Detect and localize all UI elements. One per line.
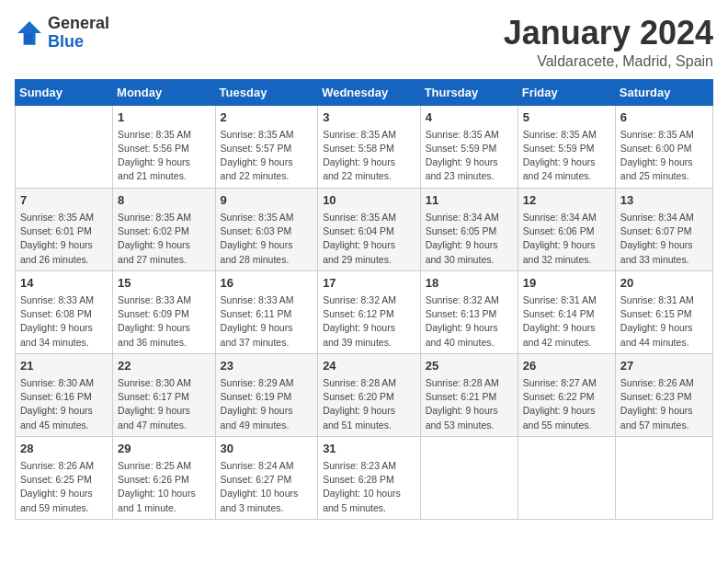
logo: General Blue <box>15 15 109 52</box>
calendar-cell: 19Sunrise: 8:31 AM Sunset: 6:14 PM Dayli… <box>518 270 615 353</box>
day-number: 21 <box>20 358 108 374</box>
title-block: January 2024 Valdaracete, Madrid, Spain <box>504 15 713 70</box>
calendar-week-row: 21Sunrise: 8:30 AM Sunset: 6:16 PM Dayli… <box>16 353 713 436</box>
calendar-cell: 16Sunrise: 8:33 AM Sunset: 6:11 PM Dayli… <box>215 270 318 353</box>
day-number: 5 <box>523 109 610 126</box>
day-info: Sunrise: 8:35 AM Sunset: 6:03 PM Dayligh… <box>221 211 313 267</box>
day-info: Sunrise: 8:32 AM Sunset: 6:12 PM Dayligh… <box>323 293 415 350</box>
day-number: 10 <box>323 192 415 209</box>
calendar-cell: 9Sunrise: 8:35 AM Sunset: 6:03 PM Daylig… <box>215 188 318 270</box>
day-number: 2 <box>221 109 313 126</box>
day-info: Sunrise: 8:25 AM Sunset: 6:26 PM Dayligh… <box>118 459 210 515</box>
calendar-cell: 18Sunrise: 8:32 AM Sunset: 6:13 PM Dayli… <box>420 270 518 353</box>
day-info: Sunrise: 8:35 AM Sunset: 5:58 PM Dayligh… <box>323 128 415 184</box>
day-number: 24 <box>323 358 415 374</box>
day-info: Sunrise: 8:32 AM Sunset: 6:13 PM Dayligh… <box>426 293 513 350</box>
calendar-cell: 22Sunrise: 8:30 AM Sunset: 6:17 PM Dayli… <box>113 353 216 436</box>
calendar-cell: 20Sunrise: 8:31 AM Sunset: 6:15 PM Dayli… <box>615 270 712 353</box>
col-header-monday: Monday <box>113 79 216 105</box>
calendar-cell: 2Sunrise: 8:35 AM Sunset: 5:57 PM Daylig… <box>215 105 318 188</box>
calendar-cell: 23Sunrise: 8:29 AM Sunset: 6:19 PM Dayli… <box>215 353 318 436</box>
calendar-cell <box>16 105 113 188</box>
calendar-cell <box>420 436 518 519</box>
col-header-friday: Friday <box>518 79 615 105</box>
calendar-week-row: 1Sunrise: 8:35 AM Sunset: 5:56 PM Daylig… <box>16 105 713 188</box>
day-number: 15 <box>118 275 210 292</box>
day-number: 12 <box>523 192 610 209</box>
calendar-cell <box>615 436 712 519</box>
calendar-cell: 24Sunrise: 8:28 AM Sunset: 6:20 PM Dayli… <box>318 353 421 436</box>
calendar-week-row: 14Sunrise: 8:33 AM Sunset: 6:08 PM Dayli… <box>16 270 713 353</box>
day-info: Sunrise: 8:23 AM Sunset: 6:28 PM Dayligh… <box>323 459 415 515</box>
day-info: Sunrise: 8:34 AM Sunset: 6:06 PM Dayligh… <box>523 211 610 267</box>
day-info: Sunrise: 8:28 AM Sunset: 6:21 PM Dayligh… <box>426 376 513 432</box>
calendar-cell: 30Sunrise: 8:24 AM Sunset: 6:27 PM Dayli… <box>215 436 318 519</box>
day-info: Sunrise: 8:35 AM Sunset: 5:59 PM Dayligh… <box>523 128 610 184</box>
col-header-thursday: Thursday <box>420 79 518 105</box>
day-info: Sunrise: 8:30 AM Sunset: 6:16 PM Dayligh… <box>20 376 108 432</box>
calendar-cell: 29Sunrise: 8:25 AM Sunset: 6:26 PM Dayli… <box>113 436 216 519</box>
calendar-cell: 5Sunrise: 8:35 AM Sunset: 5:59 PM Daylig… <box>518 105 615 188</box>
day-number: 29 <box>118 441 210 457</box>
day-number: 30 <box>221 441 313 457</box>
calendar-cell: 17Sunrise: 8:32 AM Sunset: 6:12 PM Dayli… <box>318 270 421 353</box>
day-number: 3 <box>323 109 415 126</box>
calendar-cell: 14Sunrise: 8:33 AM Sunset: 6:08 PM Dayli… <box>16 270 113 353</box>
calendar-cell: 11Sunrise: 8:34 AM Sunset: 6:05 PM Dayli… <box>420 188 518 270</box>
calendar-cell: 4Sunrise: 8:35 AM Sunset: 5:59 PM Daylig… <box>420 105 518 188</box>
calendar-cell: 13Sunrise: 8:34 AM Sunset: 6:07 PM Dayli… <box>615 188 712 270</box>
calendar-cell: 8Sunrise: 8:35 AM Sunset: 6:02 PM Daylig… <box>113 188 216 270</box>
day-number: 18 <box>426 275 513 292</box>
day-number: 6 <box>620 109 708 126</box>
day-info: Sunrise: 8:34 AM Sunset: 6:05 PM Dayligh… <box>426 211 513 267</box>
day-info: Sunrise: 8:31 AM Sunset: 6:14 PM Dayligh… <box>523 293 610 350</box>
day-info: Sunrise: 8:33 AM Sunset: 6:09 PM Dayligh… <box>118 293 210 350</box>
day-number: 20 <box>620 275 708 292</box>
day-number: 1 <box>118 109 210 126</box>
day-number: 14 <box>20 275 108 292</box>
day-number: 7 <box>20 192 108 209</box>
calendar-cell: 15Sunrise: 8:33 AM Sunset: 6:09 PM Dayli… <box>113 270 216 353</box>
col-header-wednesday: Wednesday <box>318 79 421 105</box>
day-info: Sunrise: 8:28 AM Sunset: 6:20 PM Dayligh… <box>323 376 415 432</box>
day-info: Sunrise: 8:35 AM Sunset: 6:04 PM Dayligh… <box>323 211 415 267</box>
calendar-cell: 7Sunrise: 8:35 AM Sunset: 6:01 PM Daylig… <box>16 188 113 270</box>
day-info: Sunrise: 8:33 AM Sunset: 6:08 PM Dayligh… <box>20 293 108 350</box>
day-number: 23 <box>221 358 313 374</box>
day-info: Sunrise: 8:35 AM Sunset: 6:01 PM Dayligh… <box>20 211 108 267</box>
location-subtitle: Valdaracete, Madrid, Spain <box>504 53 713 70</box>
calendar-cell: 27Sunrise: 8:26 AM Sunset: 6:23 PM Dayli… <box>615 353 712 436</box>
day-number: 4 <box>426 109 513 126</box>
page-header: General Blue January 2024 Valdaracete, M… <box>15 15 713 70</box>
calendar-cell: 25Sunrise: 8:28 AM Sunset: 6:21 PM Dayli… <box>420 353 518 436</box>
calendar-cell: 26Sunrise: 8:27 AM Sunset: 6:22 PM Dayli… <box>518 353 615 436</box>
day-number: 26 <box>523 358 610 374</box>
day-info: Sunrise: 8:26 AM Sunset: 6:23 PM Dayligh… <box>620 376 708 432</box>
calendar-header-row: SundayMondayTuesdayWednesdayThursdayFrid… <box>16 79 713 105</box>
calendar-cell <box>518 436 615 519</box>
calendar-cell: 1Sunrise: 8:35 AM Sunset: 5:56 PM Daylig… <box>113 105 216 188</box>
day-info: Sunrise: 8:26 AM Sunset: 6:25 PM Dayligh… <box>20 459 108 515</box>
day-number: 28 <box>20 441 108 457</box>
main-title: January 2024 <box>504 15 713 52</box>
day-info: Sunrise: 8:33 AM Sunset: 6:11 PM Dayligh… <box>221 293 313 350</box>
day-number: 16 <box>221 275 313 292</box>
day-number: 22 <box>118 358 210 374</box>
calendar-cell: 12Sunrise: 8:34 AM Sunset: 6:06 PM Dayli… <box>518 188 615 270</box>
logo-blue-text: Blue <box>48 32 84 51</box>
day-number: 25 <box>426 358 513 374</box>
col-header-sunday: Sunday <box>16 79 113 105</box>
day-info: Sunrise: 8:35 AM Sunset: 5:57 PM Dayligh… <box>221 128 313 184</box>
calendar-cell: 28Sunrise: 8:26 AM Sunset: 6:25 PM Dayli… <box>16 436 113 519</box>
calendar-cell: 6Sunrise: 8:35 AM Sunset: 6:00 PM Daylig… <box>615 105 712 188</box>
col-header-saturday: Saturday <box>615 79 712 105</box>
logo-icon <box>15 18 44 48</box>
day-info: Sunrise: 8:27 AM Sunset: 6:22 PM Dayligh… <box>523 376 610 432</box>
calendar-cell: 3Sunrise: 8:35 AM Sunset: 5:58 PM Daylig… <box>318 105 421 188</box>
logo-general-text: General <box>48 14 109 32</box>
day-number: 31 <box>323 441 415 457</box>
calendar-cell: 10Sunrise: 8:35 AM Sunset: 6:04 PM Dayli… <box>318 188 421 270</box>
day-info: Sunrise: 8:29 AM Sunset: 6:19 PM Dayligh… <box>221 376 313 432</box>
day-number: 19 <box>523 275 610 292</box>
logo-text: General Blue <box>48 15 109 52</box>
